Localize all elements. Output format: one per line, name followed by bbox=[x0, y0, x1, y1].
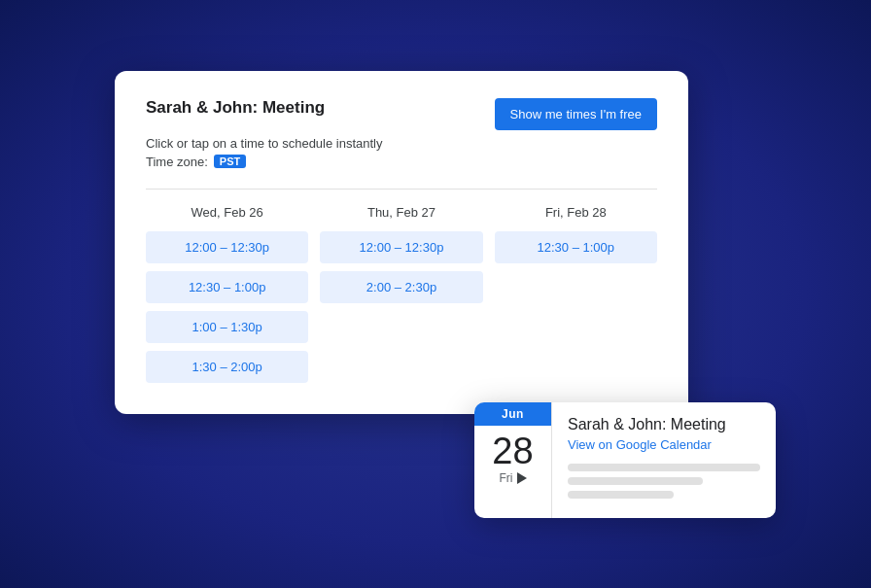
timezone-badge: PST bbox=[214, 155, 246, 168]
event-details: Sarah & John: Meeting View on Google Cal… bbox=[552, 402, 776, 518]
time-slot[interactable]: 12:00 – 12:30p bbox=[146, 231, 308, 263]
day-header-fri: Fri, Feb 28 bbox=[495, 205, 657, 220]
time-slot[interactable]: 12:00 – 12:30p bbox=[320, 231, 482, 263]
day-column-fri: Fri, Feb 28 12:30 – 1:00p bbox=[495, 205, 657, 383]
subtitle-text: Click or tap on a time to schedule insta… bbox=[146, 136, 657, 151]
card-header: Sarah & John: Meeting Show me times I'm … bbox=[146, 98, 657, 130]
time-slot[interactable]: 12:30 – 1:00p bbox=[146, 271, 308, 303]
event-detail-line-2 bbox=[568, 477, 703, 485]
event-detail-line-3 bbox=[568, 491, 674, 499]
scheduling-card: Sarah & John: Meeting Show me times I'm … bbox=[115, 71, 688, 414]
cal-weekday: Fri bbox=[500, 471, 513, 485]
calendar-icon: Jun 28 Fri bbox=[474, 402, 552, 518]
show-times-button[interactable]: Show me times I'm free bbox=[495, 98, 657, 130]
divider bbox=[146, 189, 657, 190]
play-icon bbox=[517, 472, 527, 484]
time-slot[interactable]: 1:00 – 1:30p bbox=[146, 311, 308, 343]
cal-weekday-row: Fri bbox=[500, 471, 527, 495]
event-detail-line-1 bbox=[568, 464, 760, 471]
event-title: Sarah & John: Meeting bbox=[568, 416, 760, 433]
meeting-title: Sarah & John: Meeting bbox=[146, 98, 325, 118]
time-slot[interactable]: 12:30 – 1:00p bbox=[495, 231, 657, 263]
timezone-label: Time zone: bbox=[146, 155, 208, 169]
cal-month: Jun bbox=[474, 402, 551, 426]
view-google-calendar-link[interactable]: View on Google Calendar bbox=[568, 437, 760, 452]
event-popup-card: Jun 28 Fri Sarah & John: Meeting View on… bbox=[474, 402, 776, 518]
calendar-grid: Wed, Feb 26 12:00 – 12:30p 12:30 – 1:00p… bbox=[146, 205, 657, 383]
time-slot[interactable]: 1:30 – 2:00p bbox=[146, 351, 308, 383]
day-header-thu: Thu, Feb 27 bbox=[320, 205, 482, 220]
cal-day: 28 bbox=[492, 426, 533, 472]
day-header-wed: Wed, Feb 26 bbox=[146, 205, 308, 220]
day-column-wed: Wed, Feb 26 12:00 – 12:30p 12:30 – 1:00p… bbox=[146, 205, 308, 383]
timezone-row: Time zone: PST bbox=[146, 155, 657, 169]
time-slot[interactable]: 2:00 – 2:30p bbox=[320, 271, 482, 303]
title-text: Sarah & John: Meeting bbox=[146, 98, 325, 118]
day-column-thu: Thu, Feb 27 12:00 – 12:30p 2:00 – 2:30p bbox=[320, 205, 482, 383]
